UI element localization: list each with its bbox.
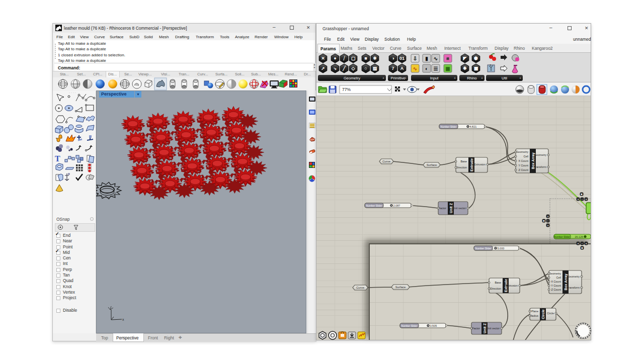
svg-text:7: 7	[391, 66, 394, 71]
svg-text:◐: ◐	[425, 66, 428, 71]
svg-text:◤: ◤	[463, 56, 467, 61]
svg-text:Extrusion: Extrusion	[474, 163, 486, 166]
svg-text:A: A	[400, 66, 404, 71]
svg-text:-: -	[582, 242, 583, 245]
svg-text:Transform: Transform	[567, 286, 580, 289]
svg-text:Primitive: Primitive	[391, 76, 406, 80]
svg-text:Number Slider: Number Slider	[401, 324, 418, 327]
svg-text:Extrude: Extrude	[470, 158, 473, 171]
svg-text:-: -	[582, 198, 583, 201]
svg-text:▢: ▢	[351, 56, 356, 61]
svg-text:■: ■	[543, 219, 544, 222]
svg-text:Plane: Plane	[531, 310, 538, 313]
svg-text:➚: ➚	[321, 66, 325, 71]
svg-text:■: ■	[364, 56, 367, 61]
svg-text:Unit vector: Unit vector	[453, 207, 466, 210]
svg-text:5.000: 5.000	[498, 247, 505, 250]
svg-text:◑: ◑	[391, 56, 394, 61]
svg-text:▨: ▨	[373, 66, 377, 71]
svg-text:Base: Base	[460, 160, 467, 163]
svg-text:Geometry: Geometry	[516, 150, 528, 153]
svg-text:Curve: Curve	[356, 286, 365, 289]
svg-text:Extrusion: Extrusion	[506, 284, 518, 287]
svg-text:+: +	[577, 242, 579, 245]
svg-text:Z Count: Z Count	[518, 168, 528, 171]
svg-text:3.505: 3.505	[430, 324, 437, 327]
svg-text:Number Slider: Number Slider	[475, 247, 492, 250]
svg-text:T: T	[55, 154, 60, 163]
svg-text:Y Count: Y Count	[551, 284, 561, 287]
svg-text:+: +	[585, 198, 587, 201]
svg-text:Surface: Surface	[427, 163, 437, 166]
svg-text:⇩: ⇩	[413, 56, 417, 61]
svg-text:Geometry: Geometry	[568, 275, 580, 278]
svg-text:+: +	[585, 242, 587, 245]
svg-text:Number Slider: Number Slider	[441, 125, 457, 128]
svg-text:Unit Z: Unit Z	[449, 203, 453, 213]
svg-text:Rhino: Rhino	[467, 76, 477, 80]
svg-text:∿: ∿	[413, 66, 417, 71]
svg-text:77%: 77%	[342, 87, 351, 92]
svg-text:Geometry: Geometry	[344, 76, 360, 80]
svg-text:Y Count: Y Count	[518, 164, 528, 167]
svg-text:Transform: Transform	[534, 165, 546, 168]
svg-text:+: +	[405, 76, 407, 80]
svg-text:⬢: ⬢	[474, 56, 478, 61]
svg-text:Number Slider: Number Slider	[554, 235, 570, 238]
svg-text:✕: ✕	[321, 56, 325, 61]
svg-text:Cell: Cell	[524, 155, 528, 158]
svg-text:■: ■	[581, 246, 583, 249]
svg-text:Surface: Surface	[395, 286, 406, 289]
svg-text:+: +	[454, 76, 456, 80]
svg-text:●: ●	[334, 56, 336, 61]
svg-text:-: -	[547, 219, 548, 222]
svg-text:+: +	[481, 76, 483, 80]
svg-text:Input: Input	[430, 76, 439, 80]
svg-text:Base: Base	[495, 281, 501, 284]
svg-text:◇: ◇	[351, 66, 356, 71]
svg-text:Direction: Direction	[490, 287, 501, 290]
svg-text:○: ○	[364, 66, 367, 71]
svg-text:Factor: Factor	[438, 207, 446, 210]
svg-text:Geometry: Geometry	[549, 272, 561, 275]
svg-text:Circle: Circle	[547, 312, 554, 315]
svg-text:2.087: 2.087	[393, 204, 400, 207]
svg-text:x: x	[122, 318, 124, 321]
svg-text:❄: ❄	[373, 56, 377, 61]
svg-text:Direction: Direction	[456, 166, 467, 169]
svg-text:4.821: 4.821	[470, 125, 477, 128]
svg-text:+: +	[547, 215, 548, 218]
svg-text:▩: ▩	[474, 66, 478, 71]
svg-text:Circle: Circle	[541, 309, 545, 319]
svg-text:◾: ◾	[445, 55, 451, 62]
svg-text:...: ...	[67, 164, 70, 167]
svg-text:Unit vector: Unit vector	[487, 327, 500, 330]
svg-text:Radius: Radius	[530, 314, 538, 317]
svg-text:■: ■	[581, 193, 582, 196]
svg-text:▦: ▦	[445, 66, 450, 71]
svg-text:☰: ☰	[434, 66, 438, 71]
svg-text:Util: Util	[502, 76, 507, 80]
svg-text:X Count: X Count	[518, 159, 528, 162]
svg-text:+: +	[547, 224, 548, 227]
svg-text:Cell: Cell	[556, 276, 561, 279]
svg-text:Z Count: Z Count	[551, 288, 561, 291]
svg-text:▮: ▮	[425, 56, 428, 61]
svg-text:X Count: X Count	[551, 280, 561, 283]
svg-text:❉: ❉	[463, 66, 467, 71]
svg-text:+: +	[382, 76, 384, 80]
svg-text:∿: ∿	[434, 56, 438, 61]
svg-text:Curve: Curve	[382, 160, 391, 163]
svg-text:Number Slider: Number Slider	[366, 204, 382, 207]
svg-text:Geometry: Geometry	[534, 153, 546, 156]
svg-text:Unit Z: Unit Z	[483, 323, 487, 333]
svg-text:Factor: Factor	[472, 327, 480, 330]
svg-text:01: 01	[399, 56, 405, 61]
svg-text:+: +	[577, 198, 579, 201]
svg-text:16.126: 16.126	[575, 235, 583, 238]
svg-text:+: +	[519, 76, 521, 80]
